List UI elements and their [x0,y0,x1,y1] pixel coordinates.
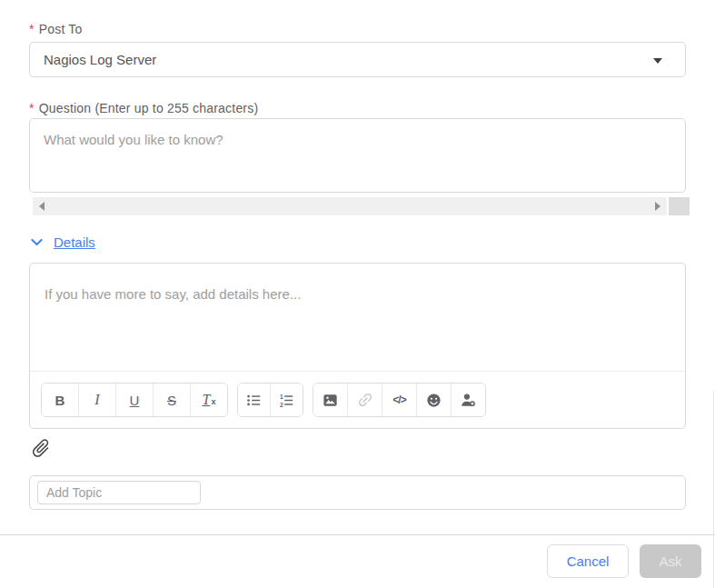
code-view-icon: </> [392,394,405,406]
question-label: *Question (Enter up to 255 characters) [29,101,258,115]
insert-group: </> [313,383,486,417]
svg-text:2: 2 [280,401,283,407]
strikethrough-icon: S [167,393,176,408]
post-to-label-text: Post To [39,22,83,36]
arrow-right-icon[interactable] [655,202,660,211]
bold-icon: B [55,393,65,408]
clear-formatting-button[interactable]: Tx [190,384,227,416]
cancel-button[interactable]: Cancel [547,544,629,578]
text-format-group: B I U S Tx [41,383,228,417]
arrow-left-icon[interactable] [39,202,45,211]
code-view-button[interactable]: </> [382,384,416,416]
required-asterisk: * [29,101,35,115]
chevron-down-icon [29,234,45,250]
mention-user-button[interactable] [451,384,485,416]
numbered-list-button[interactable]: 1 2 [270,384,303,416]
details-toggle[interactable]: Details [29,234,95,250]
caret-down-icon [653,58,662,64]
underline-icon: U [130,393,140,408]
topics-container [29,475,686,510]
details-link[interactable]: Details [54,234,95,250]
question-input[interactable] [29,118,686,193]
clear-formatting-sub: x [211,397,215,406]
post-to-select[interactable]: Nagios Log Server [29,42,686,77]
bulleted-list-button[interactable] [238,384,270,416]
question-horizontal-scrollbar[interactable] [33,197,667,215]
insert-link-icon [356,391,374,409]
numbered-list-icon: 1 2 [278,392,295,409]
editor-toolbar: B I U S Tx 1 2 [30,371,685,428]
mention-user-icon [460,392,477,409]
details-input[interactable]: If you have more to say, add details her… [45,286,301,302]
add-topic-input[interactable] [37,481,201,504]
paperclip-icon [30,437,52,459]
bold-button[interactable]: B [42,384,78,416]
insert-image-icon [322,392,339,409]
modal-right-edge [713,391,714,588]
clear-formatting-icon: T [203,392,211,408]
footer-divider [0,534,715,535]
italic-button[interactable]: I [78,384,115,416]
strikethrough-button[interactable]: S [153,384,190,416]
list-group: 1 2 [237,383,303,417]
scrollbar-corner [669,197,690,215]
post-to-label: *Post To [29,22,83,36]
post-to-selected-value: Nagios Log Server [44,52,156,67]
ask-button[interactable]: Ask [640,544,701,578]
details-editor: If you have more to say, add details her… [29,263,686,429]
underline-button[interactable]: U [115,384,153,416]
emoji-button[interactable] [416,384,451,416]
emoji-icon [425,392,442,409]
required-asterisk: * [29,22,35,36]
attach-file-button[interactable] [30,437,54,461]
question-label-text: Question (Enter up to 255 characters) [39,101,259,115]
svg-text:1: 1 [280,393,283,399]
insert-link-button[interactable] [347,384,382,416]
bulleted-list-icon [245,392,263,409]
insert-image-button[interactable] [313,384,347,416]
italic-icon: I [94,392,99,408]
